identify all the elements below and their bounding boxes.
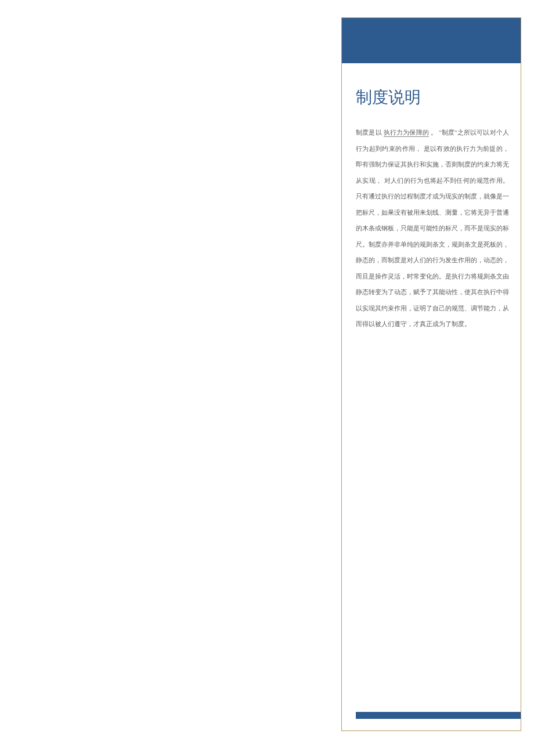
header-bar	[342, 18, 521, 63]
body-rest: 。 "制度"之所以可以对个人行为起到约束的作用， 是以有效的执行力为前提的，即有…	[356, 129, 509, 327]
page-title: 制度说明	[356, 86, 509, 108]
content-area: 制度说明 制度是以 执行力为保障的 。 "制度"之所以可以对个人行为起到约束的作…	[342, 63, 521, 344]
body-paragraph: 制度是以 执行力为保障的 。 "制度"之所以可以对个人行为起到约束的作用， 是以…	[356, 125, 509, 332]
footer-bar	[356, 712, 521, 719]
body-prefix: 制度是以	[356, 129, 384, 136]
document-page: 制度说明 制度是以 执行力为保障的 。 "制度"之所以可以对个人行为起到约束的作…	[341, 17, 521, 731]
body-underlined-phrase: 执行力为保障的	[384, 129, 429, 137]
